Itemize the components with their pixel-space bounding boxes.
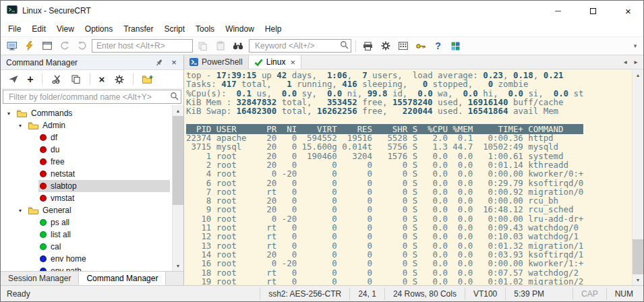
- menu-tools[interactable]: Tools: [190, 22, 220, 36]
- cut-button[interactable]: [49, 71, 64, 87]
- delete-command-button[interactable]: ×: [96, 71, 107, 87]
- tree-item-netstat[interactable]: netstat: [1, 168, 172, 180]
- new-folder-button[interactable]: [140, 71, 155, 87]
- command-dot-icon: [40, 243, 47, 250]
- menu-transfer[interactable]: Transfer: [118, 22, 158, 36]
- find-button[interactable]: [230, 38, 245, 54]
- menu-help[interactable]: Help: [260, 22, 287, 36]
- securecrt-window: Linux - SecureCRT ─ × FileEditViewOption…: [0, 0, 644, 302]
- terminal-tab-linux[interactable]: Linux×: [249, 55, 301, 69]
- toolbar-separator: [133, 73, 134, 85]
- menu-bar: FileEditViewOptionsTransferScriptToolsWi…: [1, 21, 643, 36]
- host-input[interactable]: [92, 39, 193, 53]
- tree-item-general[interactable]: ▾General: [1, 204, 172, 216]
- tree-item-df[interactable]: df: [1, 131, 172, 144]
- tree-item-label: free: [51, 157, 65, 167]
- print-button[interactable]: [360, 38, 376, 54]
- copy-command-button[interactable]: [68, 71, 84, 87]
- tree-item-list-all[interactable]: list all: [1, 229, 172, 241]
- quick-connect-button[interactable]: [22, 38, 37, 54]
- tree-item-ps-all[interactable]: ps all: [1, 216, 172, 229]
- terminal-scrollbar[interactable]: ▲ ▼: [632, 69, 643, 285]
- tree-item-slabtop[interactable]: slabtop: [1, 180, 172, 192]
- tab-close-icon[interactable]: ×: [290, 57, 295, 67]
- toolbar-separator: [42, 73, 42, 85]
- terminal-scroll-thumb[interactable]: [633, 239, 643, 274]
- tab-scroll-right-icon[interactable]: ►: [633, 59, 639, 65]
- copy-button[interactable]: [195, 38, 210, 54]
- filter-search-icon: [170, 92, 179, 102]
- expander-icon[interactable]: ▾: [7, 111, 16, 117]
- status-caps-lock: CAP: [573, 288, 606, 300]
- tree-item-label: Admin: [42, 121, 65, 130]
- status-num-lock: NUM: [606, 288, 641, 300]
- tab-command-manager[interactable]: Command Manager: [79, 272, 166, 285]
- command-dot-icon: [40, 158, 47, 165]
- minimize-button[interactable]: ─: [543, 1, 573, 21]
- tree-scroll-thumb[interactable]: [173, 116, 183, 205]
- menu-options[interactable]: Options: [80, 22, 118, 36]
- tree-item-env-home[interactable]: env home: [1, 253, 172, 265]
- reconnect-button[interactable]: [57, 38, 72, 54]
- keyword-input[interactable]: [254, 40, 340, 51]
- tab-scroll-left-icon[interactable]: ◄: [622, 59, 628, 65]
- command-dot-icon: [40, 255, 47, 262]
- tree-item-free[interactable]: free: [1, 156, 172, 168]
- panel-close-icon[interactable]: ×: [168, 57, 180, 69]
- add-command-button[interactable]: +: [25, 71, 36, 87]
- tree-item-env-path[interactable]: env path: [1, 265, 172, 271]
- tree-item-admin[interactable]: ▾Admin: [1, 119, 172, 131]
- paste-button[interactable]: [212, 38, 228, 54]
- process-row: 2 root 20 0 0 0 0 S 0.0 0.0 0:01.14 kthr…: [186, 160, 632, 169]
- terminal-scroll-track[interactable]: [633, 80, 643, 274]
- folder-icon: [17, 109, 27, 117]
- connect-button[interactable]: [4, 38, 20, 54]
- menu-file[interactable]: File: [3, 22, 26, 36]
- process-row: 10 root 0 -20 0 0 0 S 0.0 0.0 0:00.00 lr…: [186, 214, 632, 223]
- scroll-down-icon[interactable]: ▼: [633, 274, 643, 285]
- connect-in-tab-button[interactable]: [39, 38, 55, 54]
- keymap-button[interactable]: [395, 38, 411, 54]
- security-key-button[interactable]: [413, 38, 428, 54]
- tree-item-du[interactable]: du: [1, 144, 172, 156]
- command-dot-icon: [40, 171, 47, 177]
- close-button[interactable]: ×: [613, 1, 643, 21]
- menu-window[interactable]: Window: [220, 22, 260, 36]
- close-icon: ×: [625, 5, 631, 17]
- process-row: 8 root 20 0 0 0 0 S 0.0 0.0 0:00.00 rcu_…: [186, 196, 632, 205]
- scroll-up-icon[interactable]: ▲: [633, 69, 643, 80]
- help-button[interactable]: ?: [430, 38, 446, 54]
- process-row: 6 root 20 0 0 0 0 S 0.0 0.0 0:29.79 ksof…: [186, 179, 632, 187]
- expander-icon[interactable]: ▾: [19, 123, 27, 129]
- menu-script[interactable]: Script: [158, 22, 190, 36]
- terminal-tab-powershell[interactable]: PowerShell: [184, 55, 249, 69]
- process-row: 3715 mysql 20 0 15.600g 0.014t 5756 S 1.…: [186, 142, 632, 151]
- tab-session-manager[interactable]: Session Manager: [1, 272, 79, 285]
- tree-scroll-track[interactable]: [173, 116, 183, 260]
- filter-input[interactable]: [7, 92, 170, 102]
- window-title: Linux - SecureCRT: [22, 6, 91, 16]
- command-options-button[interactable]: [111, 71, 127, 87]
- terminal-screen[interactable]: top - 17:39:15 up 42 days, 1:06, 7 users…: [184, 69, 632, 285]
- menu-view[interactable]: View: [51, 22, 80, 36]
- expander-icon[interactable]: ▾: [19, 208, 27, 214]
- tree-item-vmstat[interactable]: vmstat: [1, 192, 172, 204]
- tree-item-label: df: [51, 133, 57, 142]
- send-command-button[interactable]: [5, 71, 21, 87]
- toolbar-separator: [355, 40, 356, 52]
- tree-item-commands[interactable]: ▾Commands: [1, 107, 172, 119]
- toolbar-overflow-icon[interactable]: ▾: [631, 42, 640, 49]
- session-options-button[interactable]: [378, 38, 393, 54]
- scroll-down-icon[interactable]: ▼: [173, 260, 183, 271]
- process-row: 14 root 20 0 0 0 0 S 0.0 0.0 0:03.93 kso…: [186, 250, 632, 259]
- tree-row-body: env home: [38, 253, 170, 265]
- tree-scrollbar[interactable]: ▲ ▼: [172, 105, 183, 271]
- filter-box: [3, 90, 181, 104]
- maximize-button[interactable]: [578, 1, 608, 21]
- app-launcher-button[interactable]: [448, 38, 463, 54]
- scroll-up-icon[interactable]: ▲: [173, 105, 183, 116]
- menu-edit[interactable]: Edit: [26, 22, 51, 36]
- disconnect-button[interactable]: [74, 38, 90, 54]
- pin-icon[interactable]: [153, 57, 165, 69]
- tree-item-cal[interactable]: cal: [1, 241, 172, 253]
